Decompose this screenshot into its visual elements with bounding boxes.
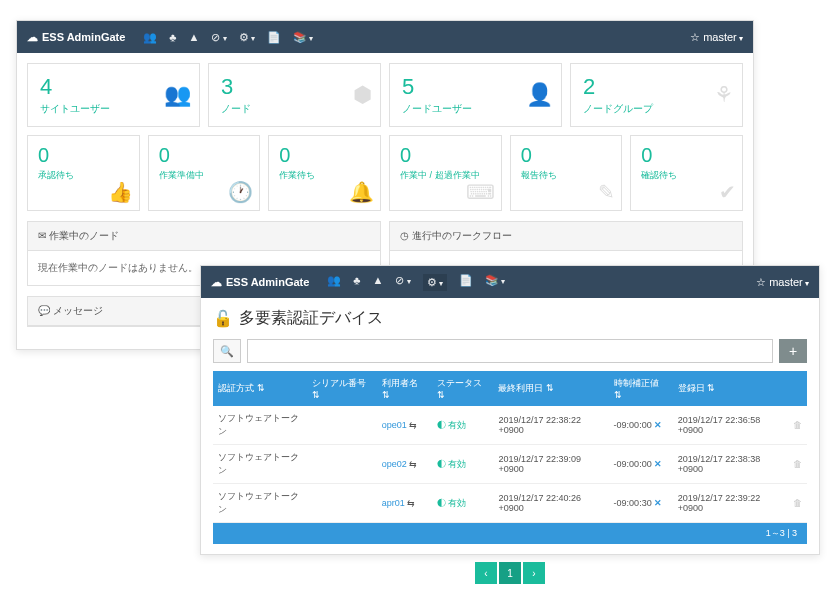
card-confirm[interactable]: 0確認待ち✔ xyxy=(630,135,743,211)
cell-tz: -09:00:00 ✕ xyxy=(609,406,673,445)
keyboard-icon: ⌨ xyxy=(466,180,495,204)
unlock-icon: 🔓 xyxy=(213,309,233,328)
card-site-users[interactable]: 4サイトユーザー👥 xyxy=(27,63,200,127)
cell-last: 2019/12/17 22:40:26 +0900 xyxy=(493,484,608,523)
gear-icon[interactable]: ⚙ xyxy=(423,274,447,291)
org-icon[interactable]: ▲ xyxy=(189,31,200,44)
cell-del: 🗑 xyxy=(788,445,807,484)
sitemap-icon[interactable]: ♣ xyxy=(169,31,176,44)
table-row: ソフトウェアトークンope02 ⇆◐ 有効2019/12/17 22:39:09… xyxy=(213,445,807,484)
file-icon[interactable]: 📄 xyxy=(459,274,473,291)
users-icon: 👥 xyxy=(164,82,191,108)
top-cards: 4サイトユーザー👥 3ノード⬢ 5ノードユーザー👤 2ノードグループ⚘ xyxy=(17,53,753,127)
nav-icons: 👥 ♣ ▲ ⊘ ⚙ 📄 📚 xyxy=(327,274,505,291)
star-icon: ☆ xyxy=(756,276,766,289)
col-header[interactable]: 認証方式 ⇅ xyxy=(213,371,307,406)
table-row: ソフトウェアトークンope01 ⇆◐ 有効2019/12/17 22:38:22… xyxy=(213,406,807,445)
card-report[interactable]: 0報告待ち✎ xyxy=(510,135,623,211)
pager: ‹ 1 › xyxy=(201,562,819,584)
remove-icon[interactable]: ✕ xyxy=(654,498,662,508)
users-icon[interactable]: 👥 xyxy=(327,274,341,291)
card-preparing[interactable]: 0作業準備中🕐 xyxy=(148,135,261,211)
cell-reg: 2019/12/17 22:39:22 +0900 xyxy=(673,484,788,523)
cell-reg: 2019/12/17 22:38:38 +0900 xyxy=(673,445,788,484)
book-icon[interactable]: 📚 xyxy=(293,31,313,44)
nav-right[interactable]: ☆ master xyxy=(690,31,743,44)
dropdown-1-icon[interactable]: ⊘ xyxy=(395,274,410,291)
page-title: 🔓 多要素認証デバイス xyxy=(201,298,819,339)
brand: ☁ ESS AdminGate xyxy=(27,31,125,44)
user-link[interactable]: ope02 xyxy=(382,459,407,469)
user-menu[interactable]: master xyxy=(769,276,809,288)
page-1-button[interactable]: 1 xyxy=(499,562,521,584)
clock-icon: 🕐 xyxy=(228,180,253,204)
cell-status: ◐ 有効 xyxy=(432,484,494,523)
bell-icon: 🔔 xyxy=(349,180,374,204)
cell-serial xyxy=(307,484,377,523)
card-working[interactable]: 0作業中 / 超過作業中⌨ xyxy=(389,135,502,211)
users-icon[interactable]: 👥 xyxy=(143,31,157,44)
panel-header: ✉ 作業中のノード xyxy=(28,222,380,251)
navbar: ☁ ESS AdminGate 👥 ♣ ▲ ⊘ ⚙ 📄 📚 ☆ master xyxy=(201,266,819,298)
book-icon[interactable]: 📚 xyxy=(485,274,505,291)
search-row: 🔍 + xyxy=(201,339,819,371)
nav-icons: 👥 ♣ ▲ ⊘ ⚙ 📄 📚 xyxy=(143,31,313,44)
cell-serial xyxy=(307,445,377,484)
next-page-button[interactable]: › xyxy=(523,562,545,584)
thumbs-up-icon: 👍 xyxy=(108,180,133,204)
search-button[interactable]: 🔍 xyxy=(213,339,241,363)
cell-del: 🗑 xyxy=(788,406,807,445)
panel-header: ◷ 進行中のワークフロー xyxy=(390,222,742,251)
nav-right[interactable]: ☆ master xyxy=(756,276,809,289)
user-menu[interactable]: master xyxy=(703,31,743,43)
cell-method: ソフトウェアトークン xyxy=(213,445,307,484)
user-link[interactable]: ope01 xyxy=(382,420,407,430)
gear-icon[interactable]: ⚙ xyxy=(239,31,255,44)
remove-icon[interactable]: ✕ xyxy=(654,459,662,469)
navbar: ☁ ESS AdminGate 👥 ♣ ▲ ⊘ ⚙ 📄 📚 ☆ master xyxy=(17,21,753,53)
brand: ☁ ESS AdminGate xyxy=(211,276,309,289)
cell-user: ope02 ⇆ xyxy=(377,445,432,484)
cell-tz: -09:00:00 ✕ xyxy=(609,445,673,484)
col-header[interactable]: シリアル番号 ⇅ xyxy=(307,371,377,406)
col-header[interactable]: 時制補正値 ⇅ xyxy=(609,371,673,406)
card-node-users[interactable]: 5ノードユーザー👤 xyxy=(389,63,562,127)
trash-icon[interactable]: 🗑 xyxy=(793,459,802,469)
org-icon[interactable]: ▲ xyxy=(373,274,384,291)
search-input[interactable] xyxy=(247,339,773,363)
cell-last: 2019/12/17 22:39:09 +0900 xyxy=(493,445,608,484)
prev-page-button[interactable]: ‹ xyxy=(475,562,497,584)
col-header[interactable]: ステータス ⇅ xyxy=(432,371,494,406)
trash-icon[interactable]: 🗑 xyxy=(793,498,802,508)
trash-icon[interactable]: 🗑 xyxy=(793,420,802,430)
star-icon: ☆ xyxy=(690,31,700,44)
cubes-icon: ⬢ xyxy=(353,82,372,108)
brand-text: ESS AdminGate xyxy=(226,276,309,288)
sitemap-icon[interactable]: ♣ xyxy=(353,274,360,291)
card-nodes[interactable]: 3ノード⬢ xyxy=(208,63,381,127)
check-icon: ✔ xyxy=(719,180,736,204)
col-header[interactable]: 利用者名 ⇅ xyxy=(377,371,432,406)
col-header[interactable]: 最終利用日 ⇅ xyxy=(493,371,608,406)
cell-user: apr01 ⇆ xyxy=(377,484,432,523)
cell-tz: -09:00:30 ✕ xyxy=(609,484,673,523)
mfa-window: ☁ ESS AdminGate 👥 ♣ ▲ ⊘ ⚙ 📄 📚 ☆ master 🔓… xyxy=(200,265,820,555)
remove-icon[interactable]: ✕ xyxy=(654,420,662,430)
tree-icon: ⚘ xyxy=(714,82,734,108)
user-link[interactable]: apr01 xyxy=(382,498,405,508)
cell-serial xyxy=(307,406,377,445)
card-node-groups[interactable]: 2ノードグループ⚘ xyxy=(570,63,743,127)
add-button[interactable]: + xyxy=(779,339,807,363)
card-approval[interactable]: 0承認待ち👍 xyxy=(27,135,140,211)
col-header[interactable]: 登録日 ⇅ xyxy=(673,371,788,406)
cell-method: ソフトウェアトークン xyxy=(213,406,307,445)
brand-text: ESS AdminGate xyxy=(42,31,125,43)
dropdown-1-icon[interactable]: ⊘ xyxy=(211,31,226,44)
cell-method: ソフトウェアトークン xyxy=(213,484,307,523)
file-icon[interactable]: 📄 xyxy=(267,31,281,44)
table-row: ソフトウェアトークンapr01 ⇆◐ 有効2019/12/17 22:40:26… xyxy=(213,484,807,523)
cell-user: ope01 ⇆ xyxy=(377,406,432,445)
mfa-table: 認証方式 ⇅シリアル番号 ⇅利用者名 ⇅ステータス ⇅最終利用日 ⇅時制補正値 … xyxy=(213,371,807,523)
card-waiting[interactable]: 0作業待ち🔔 xyxy=(268,135,381,211)
cell-status: ◐ 有効 xyxy=(432,406,494,445)
